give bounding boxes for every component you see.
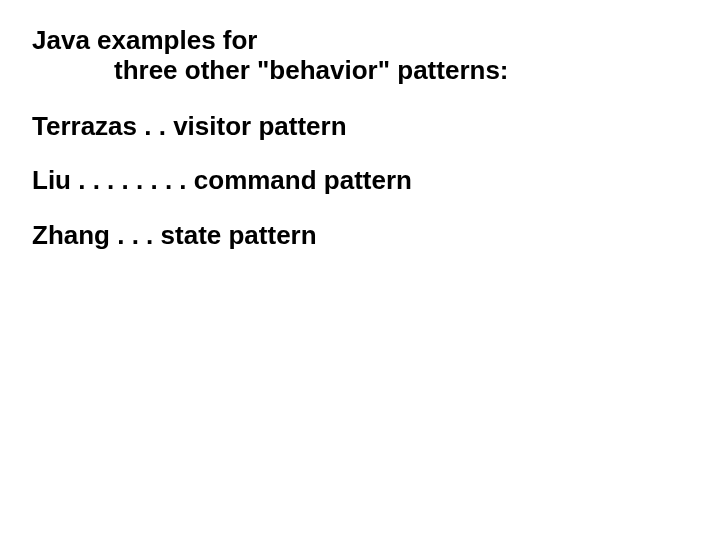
title-line-2: three other "behavior" patterns: [32,56,690,86]
slide-title: Java examples for three other "behavior"… [32,26,690,86]
title-line-1: Java examples for [32,25,257,55]
list-item: Zhang . . . state pattern [32,221,690,250]
list-item: Terrazas . . visitor pattern [32,112,690,141]
entry-text: Terrazas . . visitor pattern [32,111,347,141]
slide: Java examples for three other "behavior"… [0,0,720,540]
list-item: Liu . . . . . . . . command pattern [32,166,690,195]
entry-text: Zhang . . . state pattern [32,220,317,250]
entry-text: Liu . . . . . . . . command pattern [32,165,412,195]
